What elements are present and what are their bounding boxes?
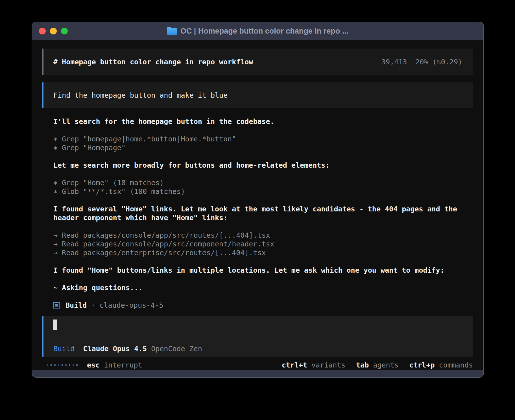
- hint-label: agents: [373, 361, 398, 369]
- input-provider-label: OpenCode Zen: [151, 345, 202, 353]
- window-title: OC | Homepage button color change in rep…: [180, 27, 349, 36]
- prompt-input[interactable]: Build Claude Opus 4.5 OpenCode Zen: [42, 316, 473, 357]
- status-bar: esc interrupt ctrl+t variantstab agentsc…: [42, 361, 473, 369]
- spinner-dot: [76, 364, 78, 366]
- conversation-line: Let me search more broadly for buttons a…: [53, 161, 473, 170]
- interrupt-hint-label: [100, 361, 104, 369]
- input-model-label: Claude Opus 4.5: [83, 345, 147, 353]
- hint-key: tab: [356, 361, 369, 369]
- conversation-line: ∗ Grep "Homepage": [53, 143, 473, 152]
- terminal-window: OC | Homepage button color change in rep…: [32, 22, 484, 378]
- interrupt-hint-text: interrupt: [104, 361, 142, 369]
- conversation-line: → Read packages/console/app/src/routes/[…: [53, 231, 473, 240]
- conversation-line: ∗ Grep "Home" (18 matches): [53, 178, 473, 187]
- conversation-line: I found "Home" buttons/links in multiple…: [53, 266, 473, 275]
- title-group: OC | Homepage button color change in rep…: [167, 27, 349, 36]
- build-agent-icon: [53, 302, 60, 309]
- context-percent: 20%: [415, 58, 428, 66]
- conversation-line: [53, 126, 473, 135]
- keyboard-hint: ctrl+t variants: [282, 361, 346, 369]
- token-count: 39,413: [381, 58, 407, 66]
- conversation-line: ∗ Glob "**/*.tsx" (100 matches): [53, 187, 473, 196]
- spinner-dot: [65, 364, 67, 366]
- conversation-line: [53, 196, 473, 205]
- keyboard-hint: ctrl+p commands: [409, 361, 473, 369]
- zoom-button[interactable]: [61, 28, 68, 34]
- spinner-dots-icon: [47, 364, 78, 366]
- conversation-line: ∗ Grep "homepage|home.*button|Home.*butt…: [53, 135, 473, 143]
- hint-label: variants: [311, 361, 345, 369]
- keyboard-hint: tab agents: [356, 361, 399, 369]
- session-cost: ($0.29): [433, 58, 462, 66]
- spinner-dot: [54, 364, 56, 366]
- conversation-line: [53, 275, 473, 283]
- hint-key: ctrl+t: [282, 361, 307, 369]
- conversation-line: [53, 152, 473, 161]
- session-title: # Homepage button color change in repo w…: [53, 58, 253, 66]
- agent-model-separator: ·: [91, 301, 95, 309]
- hint-label: commands: [439, 361, 473, 369]
- agent-status-line: Build · claude-opus-4-5: [42, 301, 473, 310]
- conversation-line: [53, 170, 473, 178]
- interrupt-hint-key: esc: [87, 361, 100, 369]
- conversation-line: [53, 222, 473, 231]
- status-bar-left: esc interrupt: [47, 361, 142, 369]
- titlebar: OC | Homepage button color change in rep…: [32, 22, 483, 40]
- spinner-dot: [62, 364, 63, 366]
- conversation: I'll search for the homepage button in t…: [42, 117, 473, 301]
- conversation-line: [53, 257, 473, 266]
- user-message: Find the homepage button and make it blu…: [42, 82, 473, 108]
- conversation-line: → Read packages/console/app/src/componen…: [53, 240, 473, 248]
- spinner-dot: [69, 364, 70, 366]
- close-button[interactable]: [39, 28, 46, 34]
- agent-model: claude-opus-4-5: [99, 301, 163, 309]
- conversation-line: [53, 292, 473, 301]
- input-agent-label: Build: [53, 345, 75, 353]
- conversation-line: I'll search for the homepage button in t…: [53, 117, 473, 126]
- traffic-lights: [39, 22, 68, 40]
- spinner-dot: [73, 364, 74, 366]
- interrupt-hint: esc interrupt: [87, 361, 142, 369]
- spinner-dot: [47, 364, 48, 366]
- session-header: # Homepage button color change in repo w…: [42, 49, 473, 75]
- conversation-line: header component which have "Home" links…: [53, 213, 473, 222]
- hint-key: ctrl+p: [409, 361, 435, 369]
- window-bottom-bar: [32, 370, 483, 377]
- text-cursor: [53, 320, 57, 330]
- input-meta: Build Claude Opus 4.5 OpenCode Zen: [53, 345, 463, 353]
- terminal-content: # Homepage button color change in repo w…: [32, 40, 483, 370]
- folder-icon: [167, 28, 177, 35]
- agent-name: Build: [66, 301, 87, 309]
- session-stats: 39,413 20% ($0.29): [381, 58, 462, 66]
- conversation-line: I found several "Home" links. Let me loo…: [53, 205, 473, 213]
- spinner-dot: [58, 364, 59, 366]
- status-bar-right: ctrl+t variantstab agentsctrl+p commands: [282, 361, 473, 369]
- conversation-line: ~ Asking questions...: [53, 283, 473, 292]
- conversation-line: → Read packages/enterprise/src/routes/[.…: [53, 248, 473, 257]
- user-message-text: Find the homepage button and make it blu…: [53, 91, 228, 99]
- minimize-button[interactable]: [50, 28, 57, 34]
- spinner-dot: [51, 364, 52, 366]
